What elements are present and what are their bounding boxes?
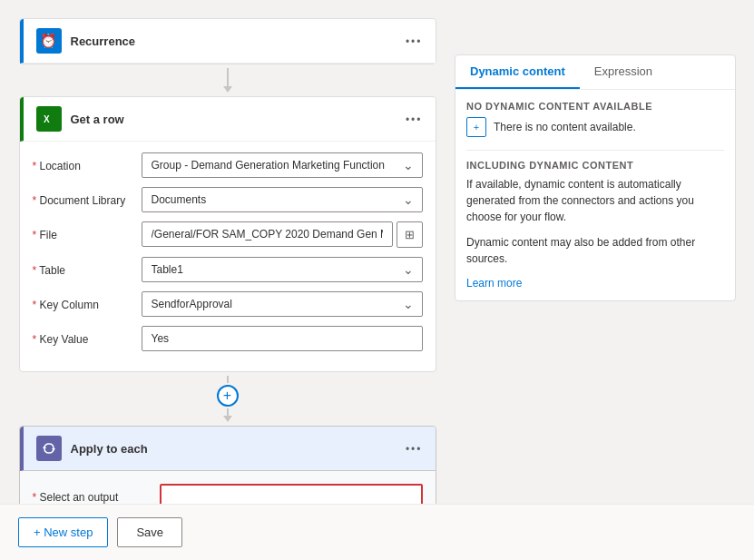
table-field-row: * Table Table1 <box>33 257 423 282</box>
key-value-label: * Key Value <box>33 326 142 346</box>
add-connector: + <box>217 376 239 422</box>
additional-text: Dynamic content may also be added from o… <box>466 234 724 267</box>
get-row-body: * Location Group - Demand Generation Mar… <box>20 142 436 371</box>
apply-to-each-card: Apply to each * Select an outputfrom pre… <box>19 426 436 504</box>
add-step-circle[interactable]: + <box>217 385 239 407</box>
table-label: * Table <box>33 257 142 277</box>
no-content-title: NO DYNAMIC CONTENT AVAILABLE <box>466 101 724 112</box>
recurrence-icon: ⏰ <box>36 28 62 54</box>
learn-more-link[interactable]: Learn more <box>466 277 522 290</box>
apply-to-each-body: * Select an outputfrom previous steps 'S… <box>20 471 436 504</box>
key-column-control: SendforApproval <box>142 291 423 317</box>
save-button[interactable]: Save <box>117 517 182 547</box>
get-row-header: X Get a row <box>20 97 436 142</box>
no-content-row: + There is no content available. <box>466 117 724 137</box>
location-field-row: * Location Group - Demand Generation Mar… <box>33 152 423 178</box>
output-field-row: * Select an outputfrom previous steps 'S… <box>33 484 423 504</box>
recurrence-menu[interactable] <box>406 34 423 48</box>
document-library-select[interactable]: Documents <box>142 187 423 212</box>
file-control: ⊞ <box>142 221 423 248</box>
location-label: * Location <box>33 152 142 172</box>
svg-text:X: X <box>44 114 50 124</box>
panel-tabs: Dynamic content Expression <box>455 55 735 90</box>
get-row-title: Get a row <box>71 113 406 126</box>
no-content-description: There is no content available. <box>494 119 636 135</box>
apply-to-each-menu[interactable] <box>406 442 423 456</box>
get-row-card: X Get a row * Location Group - Demand Ge… <box>19 96 436 372</box>
output-label: * Select an outputfrom previous steps <box>33 484 151 504</box>
file-input[interactable] <box>142 221 393 247</box>
dynamic-panel: Dynamic content Expression NO DYNAMIC CO… <box>455 54 736 301</box>
output-input-wrapper: 'Select an output from previous steps' i… <box>160 484 423 504</box>
tab-dynamic-content[interactable]: Dynamic content <box>455 55 580 89</box>
recurrence-card: ⏰ Recurrence <box>19 18 436 64</box>
panel-body: NO DYNAMIC CONTENT AVAILABLE + There is … <box>455 90 735 300</box>
key-column-field-row: * Key Column SendforApproval <box>33 291 423 317</box>
key-value-input[interactable] <box>142 326 423 351</box>
tab-expression[interactable]: Expression <box>580 55 667 89</box>
arrow-1 <box>223 68 232 93</box>
key-value-field-row: * Key Value <box>33 326 423 351</box>
table-select[interactable]: Table1 <box>142 257 423 282</box>
including-content-description: If available, dynamic content is automat… <box>466 176 724 225</box>
file-label: * File <box>33 221 142 241</box>
get-row-menu[interactable] <box>406 113 423 126</box>
key-value-control <box>142 326 423 351</box>
bottom-toolbar: + New step Save <box>0 504 754 560</box>
key-column-select[interactable]: SendforApproval <box>142 291 423 317</box>
location-select[interactable]: Group - Demand Generation Marketing Func… <box>142 152 423 178</box>
including-content-title: INCLUDING DYNAMIC CONTENT <box>466 160 724 171</box>
loop-icon <box>36 436 62 461</box>
key-column-label: * Key Column <box>33 291 142 311</box>
document-library-label: * Document Library <box>33 187 142 207</box>
apply-to-each-header: Apply to each <box>20 427 436 471</box>
excel-icon: X <box>36 106 62 132</box>
document-library-field-row: * Document Library Documents <box>33 187 423 212</box>
apply-to-each-title: Apply to each <box>71 442 406 456</box>
recurrence-title: Recurrence <box>71 34 406 48</box>
recurrence-header: ⏰ Recurrence <box>20 19 436 64</box>
no-content-icon: + <box>466 117 486 137</box>
new-step-button[interactable]: + New step <box>18 517 108 547</box>
file-field-row: * File ⊞ <box>33 221 423 248</box>
output-input[interactable] <box>160 484 423 504</box>
location-control: Group - Demand Generation Marketing Func… <box>142 152 423 178</box>
document-library-control: Documents <box>142 187 423 212</box>
table-control: Table1 <box>142 257 423 282</box>
file-browse-button[interactable]: ⊞ <box>397 221 423 248</box>
